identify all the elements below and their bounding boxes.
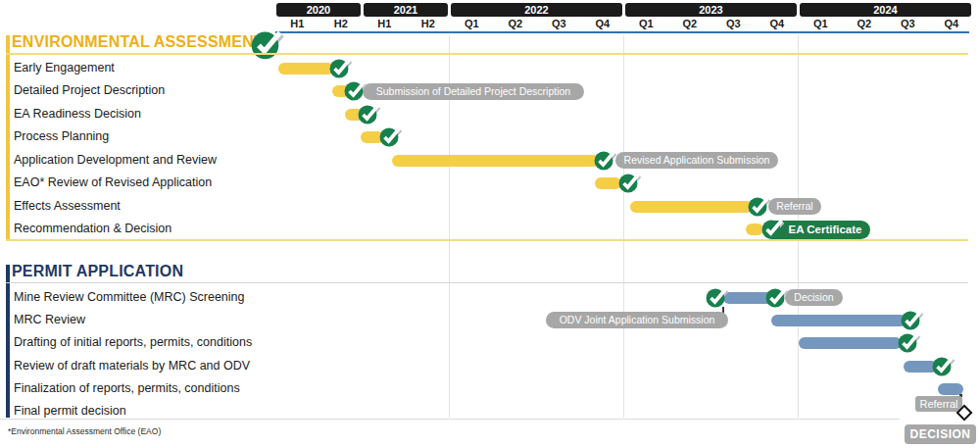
- milestone-label: Revised Application Submission: [615, 152, 778, 169]
- period-label: Q2: [843, 18, 887, 29]
- header-underline: [275, 31, 969, 33]
- section-title-permit-application: PERMIT APPLICATION: [12, 263, 183, 280]
- gantt-bar: [595, 177, 621, 189]
- ea-section-bottom-rule: [6, 239, 968, 241]
- permit-section-top-rule: [6, 282, 968, 283]
- milestone-check-icon: [379, 125, 403, 148]
- ea-section-top-rule: [6, 53, 968, 55]
- milestone-label: Submission of Detailed Project Descripti…: [363, 83, 584, 100]
- footnote: *Environmental Assessment Office (EAO): [8, 426, 161, 436]
- milestone-check-icon: [706, 286, 729, 309]
- gridline-2023: [623, 35, 624, 418]
- milestone-check-icon: [748, 195, 771, 218]
- period-label: H1: [363, 18, 407, 29]
- task-label: Detailed Project Description: [14, 83, 165, 97]
- year-label: 2020: [276, 3, 361, 17]
- period-label: Q3: [537, 18, 581, 29]
- task-label: Recommendation & Decision: [14, 222, 172, 235]
- period-label: Q4: [756, 18, 800, 29]
- period-label: Q4: [581, 18, 625, 29]
- task-label: EAO* Review of Revised Application: [14, 175, 212, 189]
- year-label: 2023: [625, 3, 797, 17]
- task-label: Process Planning: [14, 129, 109, 143]
- milestone-label: ODV Joint Application Submission: [546, 312, 728, 328]
- period-label: Q3: [711, 18, 756, 29]
- period-label: Q3: [886, 18, 930, 29]
- task-label: Review of draft materials by MRC and ODV: [14, 359, 250, 373]
- task-label: Finalization of reports, permits, condit…: [14, 381, 240, 395]
- task-label: Effects Assessment: [14, 199, 121, 213]
- milestone-label: Referral: [915, 396, 962, 412]
- milestone-check-icon: [358, 103, 381, 125]
- milestone-check-icon: [932, 355, 956, 377]
- decision-badge: DECISION: [905, 424, 976, 444]
- gantt-bar: [630, 201, 753, 213]
- period-label: Q1: [450, 18, 494, 29]
- milestone-label: Decision: [785, 289, 843, 306]
- year-label: 2021: [364, 3, 448, 17]
- gantt-bar: [771, 315, 906, 326]
- milestone-check-icon: [901, 309, 924, 331]
- milestone-check-icon: [761, 218, 785, 240]
- footer-rule: [0, 419, 900, 420]
- period-label: Q2: [668, 18, 712, 29]
- year-label: 2024: [800, 3, 971, 17]
- gantt-bar: [278, 63, 334, 75]
- period-label: H2: [407, 18, 451, 29]
- milestone-check-icon: [898, 331, 921, 354]
- task-label: Mine Review Committee (MRC) Screening: [14, 290, 244, 304]
- ea-complete-check-icon: [251, 28, 285, 61]
- period-label: H2: [319, 18, 364, 29]
- milestone-check-icon: [329, 57, 353, 79]
- year-label: 2022: [451, 3, 622, 17]
- milestone-check-icon: [344, 79, 368, 102]
- section-title-environmental-assessment: ENVIRONMENTAL ASSESSMENT: [12, 33, 264, 51]
- task-label: MRC Review: [14, 313, 85, 326]
- milestone-check-icon: [765, 286, 789, 309]
- task-label: EA Readiness Decision: [14, 107, 141, 121]
- ea-section-left-border: [6, 35, 10, 240]
- task-label: Final permit decision: [14, 404, 126, 418]
- task-label: Drafting of initial reports, permits, co…: [14, 335, 252, 349]
- period-label: Q4: [930, 18, 974, 29]
- gantt-bar: [392, 155, 600, 167]
- gantt-bar: [799, 337, 902, 349]
- period-label: Q2: [494, 18, 538, 29]
- milestone-check-icon: [618, 172, 642, 194]
- task-label: Application Development and Review: [14, 153, 217, 167]
- gantt-chart: 20202021202220232024H1H2H1H2Q1Q2Q3Q4Q1Q2…: [0, 0, 980, 448]
- permit-section-left-border: [6, 265, 10, 418]
- task-label: Early Engagement: [14, 61, 115, 75]
- period-label: Q1: [624, 18, 668, 29]
- milestone-label: Referral: [768, 198, 821, 215]
- milestone-check-icon: [594, 149, 617, 172]
- period-label: Q1: [799, 18, 843, 29]
